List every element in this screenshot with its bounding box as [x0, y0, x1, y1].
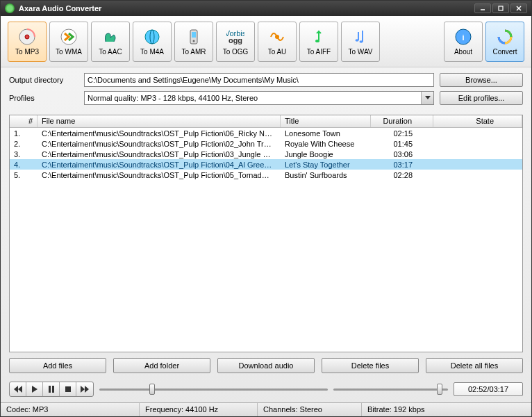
table-row[interactable]: 1.C:\Entertaiment\music\Soundtracks\OST_… — [10, 128, 522, 138]
form-area: Output directory Browse... Profiles Norm… — [1, 67, 531, 115]
tool-label: To WMA — [56, 48, 82, 56]
channels-value: Stereo — [300, 405, 322, 414]
time-display: 02:52/03:17 — [454, 382, 523, 396]
wav-icon — [351, 28, 369, 46]
profiles-label: Profiles — [9, 94, 78, 102]
minimize-button[interactable] — [474, 3, 491, 13]
info-icon: i — [454, 28, 472, 46]
disc-icon — [18, 28, 36, 46]
svg-point-15 — [315, 40, 319, 42]
aac-icon — [101, 28, 119, 46]
close-button[interactable] — [510, 3, 527, 13]
freq-label: Frequency: — [145, 405, 183, 414]
chevron-down-icon[interactable] — [421, 92, 433, 104]
player-row: 02:52/03:17 — [1, 379, 531, 402]
table-row[interactable]: 2.C:\Entertaiment\music\Soundtracks\OST_… — [10, 138, 522, 149]
table-row[interactable]: 4.C:\Entertaiment\music\Soundtracks\OST_… — [10, 159, 522, 170]
table-header: # File name Title Duration State — [10, 115, 522, 128]
play-controls — [9, 382, 94, 397]
browse-button[interactable]: Browse... — [440, 73, 523, 87]
table-row[interactable]: 5.C:\Entertaiment\music\Soundtracks\OST_… — [10, 170, 522, 180]
profile-value: Normal quality: MP3 - 128 kbps, 44100 Hz… — [85, 94, 421, 102]
svg-rect-24 — [49, 386, 51, 393]
output-dir-label: Output directory — [9, 76, 78, 84]
download-audio-button[interactable]: Download audio — [217, 358, 315, 373]
tool-label: To AIFF — [307, 48, 331, 56]
table-body: 1.C:\Entertaiment\music\Soundtracks\OST_… — [10, 128, 522, 352]
delete-all-button[interactable]: Delete all files — [426, 358, 523, 373]
bitrate-value: 192 kbps — [394, 405, 425, 414]
freq-value: 44100 Hz — [185, 405, 218, 414]
svg-rect-10 — [192, 32, 196, 38]
svg-point-17 — [360, 40, 363, 43]
titlebar: Axara Audio Converter — [1, 1, 531, 16]
stop-button[interactable] — [60, 382, 76, 396]
svg-text:ogg: ogg — [228, 36, 242, 44]
profiles-combo[interactable]: Normal quality: MP3 - 128 kbps, 44100 Hz… — [84, 91, 434, 105]
tool-label: To WAV — [348, 48, 372, 56]
output-dir-input[interactable] — [84, 73, 434, 87]
to-mp3-button[interactable]: To MP3 — [8, 22, 47, 62]
add-folder-button[interactable]: Add folder — [113, 358, 210, 373]
convert-button[interactable]: Convert — [485, 22, 524, 62]
ogg-icon: Vorbisogg — [226, 28, 244, 46]
edit-profiles-button[interactable]: Edit profiles... — [440, 91, 523, 105]
tool-label: To AU — [268, 48, 287, 56]
window-title: Axara Audio Converter — [19, 4, 473, 13]
play-button[interactable] — [26, 382, 43, 396]
col-duration[interactable]: Duration — [371, 115, 433, 127]
prev-button[interactable] — [10, 382, 26, 396]
next-button[interactable] — [76, 382, 93, 396]
svg-marker-20 — [425, 96, 431, 99]
svg-marker-21 — [14, 386, 18, 393]
codec-value: MP3 — [33, 405, 49, 414]
svg-point-5 — [25, 35, 29, 39]
bottom-buttons: Add files Add folder Download audio Dele… — [1, 352, 531, 379]
delete-files-button[interactable]: Delete files — [322, 358, 419, 373]
maximize-button[interactable] — [492, 3, 509, 13]
svg-point-14 — [275, 35, 279, 39]
au-icon — [268, 28, 286, 46]
tool-label: To OGG — [223, 48, 249, 56]
seek-slider[interactable] — [99, 382, 328, 396]
col-state[interactable]: State — [433, 115, 522, 127]
channels-label: Channels: — [263, 405, 298, 414]
to-m4a-button[interactable]: To M4A — [133, 22, 172, 62]
to-amr-button[interactable]: To AMR — [174, 22, 213, 62]
col-filename[interactable]: File name — [38, 115, 281, 127]
to-aac-button[interactable]: To AAC — [91, 22, 130, 62]
m4a-icon — [143, 28, 161, 46]
table-row[interactable]: 3.C:\Entertaiment\music\Soundtracks\OST_… — [10, 149, 522, 159]
toolbar: To MP3To WMATo AACTo M4ATo AMRVorbisoggT… — [1, 16, 531, 67]
convert-icon — [496, 28, 514, 46]
to-au-button[interactable]: To AU — [258, 22, 297, 62]
svg-point-7 — [145, 30, 159, 44]
svg-marker-28 — [85, 386, 89, 393]
svg-rect-26 — [65, 386, 71, 392]
tool-label: To AMR — [181, 48, 206, 56]
col-num[interactable]: # — [10, 115, 38, 127]
tool-label: To AAC — [99, 48, 122, 56]
volume-slider[interactable] — [333, 382, 448, 396]
svg-point-16 — [356, 39, 359, 42]
col-title[interactable]: Title — [281, 115, 371, 127]
svg-marker-27 — [81, 386, 85, 393]
svg-point-11 — [193, 40, 195, 42]
add-files-button[interactable]: Add files — [9, 358, 106, 373]
amr-icon — [185, 28, 203, 46]
bitrate-label: Bitrate: — [367, 405, 392, 414]
app-icon — [5, 3, 15, 13]
svg-marker-23 — [32, 386, 38, 393]
svg-text:i: i — [462, 33, 464, 42]
to-wma-button[interactable]: To WMA — [49, 22, 88, 62]
statusbar: Codec: MP3 Frequency: 44100 Hz Channels:… — [1, 402, 531, 416]
tool-label: To MP3 — [15, 48, 39, 56]
svg-rect-25 — [52, 386, 54, 393]
to-ogg-button[interactable]: VorbisoggTo OGG — [216, 22, 255, 62]
pause-button[interactable] — [43, 382, 60, 396]
about-button[interactable]: iAbout — [444, 22, 483, 62]
svg-rect-1 — [499, 6, 503, 10]
to-aiff-button[interactable]: To AIFF — [299, 22, 338, 62]
to-wav-button[interactable]: To WAV — [341, 22, 380, 62]
tool-label: To M4A — [140, 48, 164, 56]
